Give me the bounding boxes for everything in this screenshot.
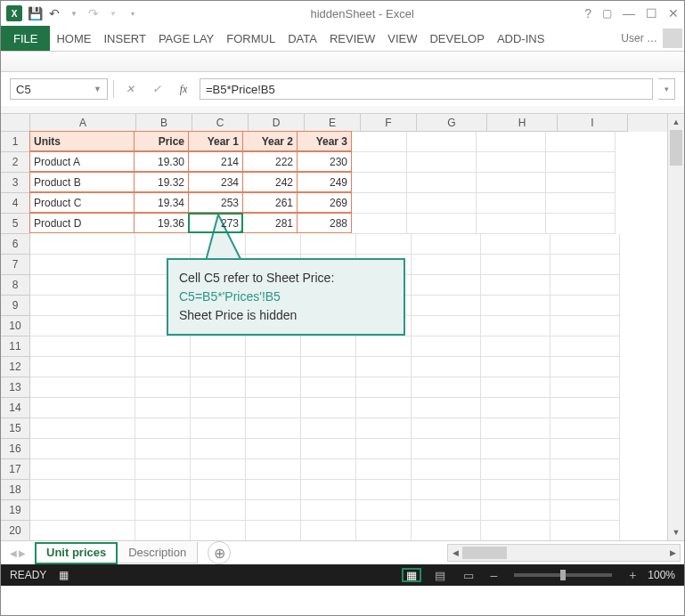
cell[interactable] — [481, 377, 550, 398]
cell[interactable] — [301, 459, 356, 480]
cell[interactable] — [191, 439, 246, 459]
cell[interactable] — [135, 377, 191, 398]
cell[interactable]: Year 2 — [242, 131, 298, 151]
scroll-thumb[interactable] — [462, 547, 507, 559]
view-normal-icon[interactable]: ▦ — [402, 568, 421, 582]
cell[interactable] — [550, 418, 620, 439]
cell[interactable] — [30, 234, 135, 255]
cell[interactable] — [246, 377, 301, 398]
cell[interactable] — [135, 398, 191, 418]
cell[interactable] — [407, 132, 477, 152]
cell[interactable] — [412, 336, 481, 357]
col-header[interactable]: H — [487, 114, 558, 132]
ribbon-options-icon[interactable]: ▢ — [602, 7, 612, 20]
cell[interactable]: 222 — [242, 151, 298, 172]
row-header[interactable]: 6 — [1, 234, 30, 255]
row-header[interactable]: 1 — [1, 132, 30, 152]
tab-view[interactable]: VIEW — [381, 26, 423, 51]
cell[interactable] — [191, 500, 246, 521]
select-all-corner[interactable] — [1, 114, 30, 132]
col-header[interactable]: B — [136, 114, 192, 132]
cell[interactable] — [30, 255, 135, 275]
cell[interactable] — [477, 214, 546, 234]
cell[interactable] — [477, 132, 546, 152]
file-tab[interactable]: FILE — [1, 26, 50, 51]
cell[interactable] — [412, 398, 481, 418]
enter-icon[interactable]: ✓ — [146, 79, 167, 99]
cell[interactable] — [481, 418, 550, 439]
col-header[interactable]: C — [192, 114, 249, 132]
cell[interactable] — [412, 316, 481, 336]
cell[interactable]: 269 — [297, 192, 352, 213]
tab-data[interactable]: DATA — [281, 26, 323, 51]
col-header[interactable]: E — [305, 114, 361, 132]
cell[interactable] — [301, 439, 356, 459]
cell[interactable]: Product C — [29, 192, 135, 213]
cell[interactable] — [356, 480, 412, 500]
cell[interactable] — [246, 521, 301, 540]
tab-developer[interactable]: DEVELOP — [423, 26, 490, 51]
row-header[interactable]: 10 — [1, 316, 30, 336]
cell[interactable] — [546, 173, 616, 193]
qat-customize-icon[interactable]: ▾ — [126, 6, 140, 20]
cell[interactable] — [246, 357, 301, 377]
tab-review[interactable]: REVIEW — [323, 26, 381, 51]
cancel-icon[interactable]: ✕ — [119, 79, 141, 99]
user-avatar-icon[interactable] — [663, 28, 682, 48]
cell[interactable] — [550, 377, 620, 398]
cell[interactable] — [246, 336, 301, 357]
cell[interactable] — [135, 336, 191, 357]
cell[interactable] — [356, 377, 412, 398]
row-header[interactable]: 9 — [1, 296, 30, 316]
cell[interactable] — [191, 377, 246, 398]
cell[interactable] — [481, 275, 550, 296]
cell[interactable] — [135, 521, 191, 540]
cell[interactable] — [356, 357, 412, 377]
cell[interactable] — [412, 480, 481, 500]
cell[interactable] — [481, 357, 550, 377]
cell[interactable] — [481, 234, 550, 255]
cell[interactable] — [356, 398, 412, 418]
cell[interactable] — [412, 275, 481, 296]
cell[interactable]: Year 3 — [297, 131, 352, 151]
user-label[interactable]: User … — [616, 32, 663, 45]
undo-icon[interactable]: ↶ — [47, 6, 61, 20]
active-cell[interactable]: 273 — [188, 213, 243, 233]
cell[interactable] — [356, 500, 412, 521]
cell[interactable] — [546, 214, 616, 234]
tab-home[interactable]: HOME — [50, 26, 97, 51]
cell[interactable] — [550, 521, 620, 540]
cell[interactable]: Units — [29, 131, 135, 151]
cell[interactable]: Product D — [29, 213, 135, 233]
cell[interactable] — [550, 336, 620, 357]
cell[interactable] — [246, 398, 301, 418]
formula-expand-icon[interactable]: ▾ — [658, 78, 675, 100]
cell[interactable] — [481, 398, 550, 418]
view-page-layout-icon[interactable]: ▤ — [430, 568, 450, 582]
cell[interactable] — [481, 459, 550, 480]
zoom-out-icon[interactable]: – — [487, 568, 500, 582]
col-header[interactable]: G — [417, 114, 487, 132]
cell[interactable] — [30, 316, 135, 336]
cell[interactable] — [246, 234, 301, 255]
cell[interactable] — [30, 459, 135, 480]
cell[interactable] — [481, 296, 550, 316]
row-header[interactable]: 17 — [1, 459, 30, 480]
zoom-knob[interactable] — [560, 570, 566, 580]
cell[interactable] — [30, 377, 135, 398]
cell[interactable] — [301, 398, 356, 418]
row-header[interactable]: 16 — [1, 439, 30, 459]
zoom-slider[interactable] — [514, 573, 612, 577]
cell[interactable] — [135, 459, 191, 480]
cell[interactable] — [407, 173, 477, 193]
help-icon[interactable]: ? — [584, 6, 591, 20]
row-header[interactable]: 14 — [1, 398, 30, 418]
cell[interactable] — [30, 480, 135, 500]
cell[interactable] — [412, 377, 481, 398]
cell[interactable] — [30, 357, 135, 377]
chevron-down-icon[interactable]: ▼ — [94, 85, 102, 93]
cell[interactable]: Product A — [29, 151, 135, 172]
col-header[interactable]: D — [249, 114, 305, 132]
cell[interactable] — [246, 500, 301, 521]
cell[interactable] — [30, 439, 135, 459]
